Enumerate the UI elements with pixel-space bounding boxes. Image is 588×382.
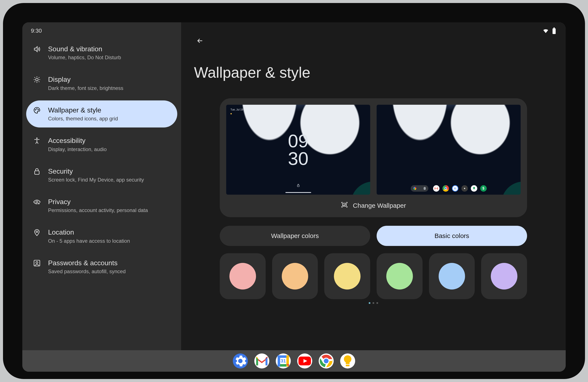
svg-point-2 bbox=[37, 108, 37, 109]
sidebar-item-label: Passwords & accounts bbox=[48, 259, 172, 267]
svg-point-10 bbox=[36, 261, 38, 263]
taskbar-app-calendar[interactable]: 31 bbox=[276, 353, 291, 368]
page-title: Wallpaper & style bbox=[181, 47, 566, 90]
home-dock-app-icon: $ bbox=[480, 185, 487, 192]
pager-dot bbox=[373, 302, 374, 304]
lockscreen-preview[interactable]: Tue, Jul 19 09 30 bbox=[226, 105, 370, 195]
home-preview-search bbox=[411, 185, 428, 192]
sidebar-item-label: Sound & vibration bbox=[48, 45, 172, 53]
sidebar-item-label: Accessibility bbox=[48, 136, 172, 145]
main-content: Tue, Jul 19 09 30 bbox=[181, 90, 566, 350]
homescreen-preview[interactable]: 31 $ bbox=[377, 105, 521, 195]
home-preview-dock: 31 $ bbox=[411, 185, 487, 192]
svg-rect-5 bbox=[35, 171, 39, 174]
pager-dot bbox=[377, 302, 378, 304]
content-area: 9:30 Sound & vibration Volume, haptics, … bbox=[22, 22, 566, 350]
taskbar-app-settings[interactable] bbox=[233, 353, 248, 368]
svg-point-7 bbox=[38, 203, 40, 205]
settings-sidebar: 9:30 Sound & vibration Volume, haptics, … bbox=[22, 22, 181, 350]
color-source-tabs: Wallpaper colors Basic colors bbox=[220, 226, 527, 246]
palette-icon bbox=[32, 106, 42, 114]
taskbar-app-chrome[interactable] bbox=[319, 353, 334, 368]
lock-icon bbox=[32, 167, 42, 175]
sidebar-item-security[interactable]: Security Screen lock, Find My Device, ap… bbox=[26, 162, 177, 189]
sidebar-item-label: Privacy bbox=[48, 198, 172, 206]
color-swatches bbox=[220, 253, 527, 299]
sound-icon bbox=[32, 45, 42, 53]
wifi-icon bbox=[543, 28, 549, 35]
account-icon bbox=[32, 259, 42, 267]
tab-wallpaper-colors[interactable]: Wallpaper colors bbox=[220, 226, 370, 246]
change-wallpaper-button[interactable]: Change Wallpaper bbox=[226, 195, 521, 212]
sidebar-item-accessibility[interactable]: Accessibility Display, interaction, audi… bbox=[26, 131, 177, 158]
home-dock-chrome-icon bbox=[442, 185, 449, 192]
color-swatch-5[interactable] bbox=[429, 253, 475, 299]
sidebar-item-label: Wallpaper & style bbox=[48, 106, 172, 114]
svg-point-1 bbox=[35, 109, 36, 110]
taskbar: 31 bbox=[22, 350, 566, 372]
sidebar-item-passwords[interactable]: Passwords & accounts Saved passwords, au… bbox=[26, 253, 177, 280]
home-dock-camera-icon bbox=[462, 185, 468, 192]
svg-rect-11 bbox=[553, 28, 556, 34]
sidebar-list: Sound & vibration Volume, haptics, Do No… bbox=[22, 36, 181, 350]
accessibility-icon bbox=[32, 136, 42, 145]
sidebar-item-sub: Volume, haptics, Do Not Disturb bbox=[48, 54, 172, 61]
color-swatch-1[interactable] bbox=[220, 253, 266, 299]
sidebar-item-sub: On - 5 apps have access to location bbox=[48, 238, 172, 244]
sidebar-item-sub: Colors, themed icons, app grid bbox=[48, 115, 172, 122]
svg-point-3 bbox=[38, 109, 39, 110]
sidebar-item-sub: Saved passwords, autofill, synced bbox=[48, 268, 172, 275]
battery-icon bbox=[552, 27, 556, 35]
svg-point-4 bbox=[36, 138, 38, 139]
svg-point-6 bbox=[36, 201, 38, 203]
back-button[interactable] bbox=[194, 35, 206, 47]
svg-rect-13 bbox=[297, 185, 299, 187]
sidebar-item-label: Security bbox=[48, 167, 172, 175]
status-bar-time: 9:30 bbox=[22, 22, 181, 36]
sidebar-item-label: Location bbox=[48, 228, 172, 236]
privacy-icon bbox=[32, 198, 42, 206]
lock-preview-clock: 09 30 bbox=[226, 105, 370, 195]
sidebar-item-sub: Screen lock, Find My Device, app securit… bbox=[48, 177, 172, 183]
main-panel: Wallpaper & style Tue, Jul 19 09 30 bbox=[181, 22, 566, 350]
svg-rect-19 bbox=[278, 355, 280, 367]
sidebar-item-privacy[interactable]: Privacy Permissions, account activity, p… bbox=[26, 192, 177, 219]
sidebar-item-sound[interactable]: Sound & vibration Volume, haptics, Do No… bbox=[26, 39, 177, 66]
svg-point-8 bbox=[36, 231, 38, 233]
calendar-icon-day: 31 bbox=[281, 358, 286, 364]
pager-dot bbox=[369, 302, 370, 304]
taskbar-app-youtube[interactable] bbox=[297, 353, 312, 368]
home-dock-maps-icon bbox=[471, 185, 477, 192]
svg-rect-25 bbox=[346, 365, 350, 366]
svg-point-14 bbox=[464, 188, 465, 189]
svg-point-0 bbox=[36, 78, 38, 81]
home-dock-gmail-icon bbox=[433, 185, 440, 192]
wallpaper-card: Tue, Jul 19 09 30 bbox=[220, 98, 527, 217]
color-swatch-2[interactable] bbox=[272, 253, 318, 299]
gesture-handle bbox=[285, 192, 311, 193]
tablet-frame: 9:30 Sound & vibration Volume, haptics, … bbox=[0, 0, 588, 382]
color-swatch-6[interactable] bbox=[481, 253, 527, 299]
color-swatch-4[interactable] bbox=[377, 253, 422, 299]
screen: 9:30 Sound & vibration Volume, haptics, … bbox=[22, 22, 566, 372]
sidebar-item-wallpaper[interactable]: Wallpaper & style Colors, themed icons, … bbox=[26, 100, 177, 127]
svg-rect-9 bbox=[34, 260, 40, 266]
svg-rect-12 bbox=[553, 27, 555, 28]
taskbar-app-keep[interactable] bbox=[340, 353, 355, 368]
brightness-icon bbox=[32, 75, 42, 84]
sidebar-item-location[interactable]: Location On - 5 apps have access to loca… bbox=[26, 223, 177, 250]
color-swatch-3[interactable] bbox=[324, 253, 370, 299]
device-chassis: 9:30 Sound & vibration Volume, haptics, … bbox=[0, 0, 588, 382]
lock-indicator-icon bbox=[296, 184, 300, 188]
sidebar-item-display[interactable]: Display Dark theme, font size, brightnes… bbox=[26, 70, 177, 97]
home-dock-calendar-icon: 31 bbox=[452, 185, 458, 192]
sidebar-item-sub: Display, interaction, audio bbox=[48, 146, 172, 153]
status-bar-right bbox=[543, 27, 556, 35]
taskbar-app-gmail[interactable] bbox=[254, 353, 269, 368]
wallpaper-picker-icon bbox=[341, 201, 348, 210]
tab-basic-colors[interactable]: Basic colors bbox=[377, 226, 527, 246]
sidebar-item-sub: Dark theme, font size, brightness bbox=[48, 85, 172, 91]
change-wallpaper-label: Change Wallpaper bbox=[353, 202, 406, 209]
pager-dots bbox=[220, 302, 527, 304]
sidebar-item-label: Display bbox=[48, 75, 172, 84]
